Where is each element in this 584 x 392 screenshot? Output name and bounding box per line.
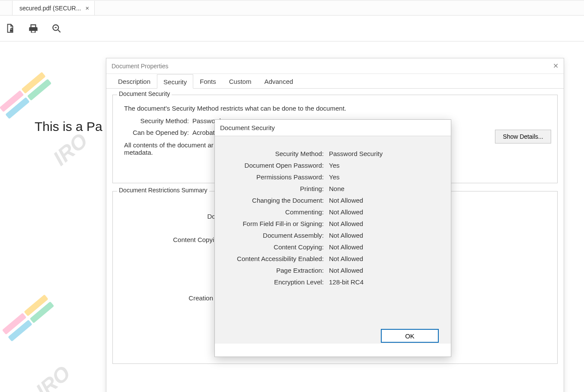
value: Yes — [329, 173, 339, 181]
modal-body: Security Method:Password SecurityDocumen… — [215, 136, 451, 344]
file-tab-label: secured.pdf (SECUR... — [19, 5, 81, 12]
file-tab[interactable]: secured.pdf (SECUR... × — [12, 1, 95, 15]
document-area: IRO IRO This is a Pa Document Properties… — [0, 41, 584, 392]
watermark-icon — [1, 293, 56, 344]
section-legend: Document Security — [117, 90, 172, 97]
label: Changing the Document: — [218, 197, 324, 204]
value: Acrobat — [192, 129, 215, 136]
security-detail-row: Form Field Fill-in or Signing:Not Allowe… — [218, 220, 442, 227]
security-detail-row: Printing:None — [218, 185, 442, 192]
label: Permissions Password: — [218, 173, 324, 181]
security-detail-row: Changing the Document:Not Allowed — [218, 197, 442, 204]
value: Not Allowed — [329, 267, 363, 274]
modal-title: Document Security — [215, 120, 451, 136]
security-detail-row: Document Open Password:Yes — [218, 162, 442, 169]
print-icon[interactable] — [28, 23, 39, 34]
zoom-icon[interactable] — [51, 23, 62, 34]
watermark-text: IRO — [31, 361, 75, 392]
label: Can be Opened by: — [128, 129, 189, 136]
label: Security Method: — [218, 150, 324, 157]
security-description: The document's Security Method restricts… — [124, 105, 548, 112]
value: None — [329, 185, 345, 192]
security-detail-row: Security Method:Password Security — [218, 150, 442, 157]
watermark-text: IRO — [48, 128, 92, 170]
security-detail-row: Encryption Level:128-bit RC4 — [218, 278, 442, 286]
value: Password Security — [329, 150, 383, 157]
ok-button[interactable]: OK — [381, 329, 439, 343]
label: Content Copying: — [218, 243, 324, 251]
tab-description[interactable]: Description — [112, 74, 157, 88]
value: 128-bit RC4 — [329, 278, 364, 286]
tab-security[interactable]: Security — [157, 74, 193, 89]
label: Printing: — [218, 185, 324, 192]
security-detail-row: Permissions Password:Yes — [218, 173, 442, 181]
label: Form Field Fill-in or Signing: — [218, 220, 324, 227]
label: Security Method: — [128, 117, 189, 124]
document-heading: This is a Pa — [35, 119, 102, 134]
show-details-button[interactable]: Show Details... — [495, 130, 551, 143]
section-legend: Document Restrictions Summary — [117, 187, 209, 194]
svg-rect-0 — [10, 29, 13, 32]
dialog-titlebar: Document Properties ✕ — [106, 58, 564, 74]
value: Not Allowed — [329, 220, 363, 227]
tab-bar: secured.pdf (SECUR... × — [0, 0, 584, 16]
close-tab-icon[interactable]: × — [85, 4, 89, 12]
label: Content Accessibility Enabled: — [218, 255, 324, 262]
watermark-icon — [0, 70, 54, 121]
security-detail-row: Page Extraction:Not Allowed — [218, 267, 442, 274]
secured-file-icon[interactable] — [4, 23, 16, 34]
value: Not Allowed — [329, 243, 363, 251]
value: Not Allowed — [329, 208, 363, 216]
tab-advanced[interactable]: Advanced — [258, 74, 300, 88]
label: Page Extraction: — [218, 267, 324, 274]
security-detail-row: Document Assembly:Not Allowed — [218, 232, 442, 239]
label: Encryption Level: — [218, 278, 324, 286]
dialog-tablist: Description Security Fonts Custom Advanc… — [106, 74, 564, 89]
security-detail-row: Content Accessibility Enabled:Not Allowe… — [218, 255, 442, 262]
tab-custom[interactable]: Custom — [223, 74, 258, 88]
close-icon[interactable]: ✕ — [553, 62, 558, 70]
tab-fonts[interactable]: Fonts — [193, 74, 223, 88]
label: Document Assembly: — [218, 232, 324, 239]
value: Yes — [329, 162, 339, 169]
label: Document Open Password: — [218, 162, 324, 169]
toolbar — [0, 16, 584, 41]
value: Not Allowed — [329, 232, 363, 239]
security-detail-row: Content Copying:Not Allowed — [218, 243, 442, 251]
value: Not Allowed — [329, 255, 363, 262]
document-security-modal: Document Security Security Method:Passwo… — [214, 119, 451, 357]
dialog-title: Document Properties — [112, 63, 169, 70]
security-detail-row: Commenting:Not Allowed — [218, 208, 442, 216]
value: Not Allowed — [329, 197, 363, 204]
label: Commenting: — [218, 208, 324, 216]
